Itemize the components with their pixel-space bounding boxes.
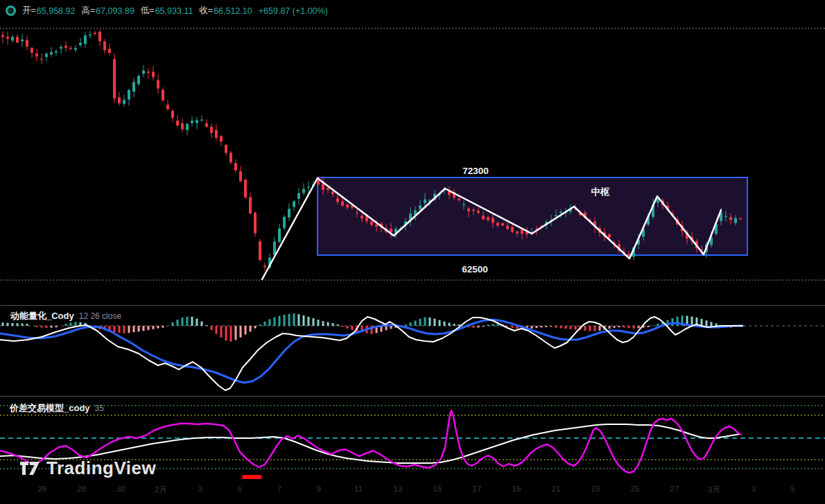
indicator-spread-params: 35 <box>95 403 104 413</box>
time-axis-label: 28 <box>70 485 94 493</box>
series-status-icon <box>6 6 16 16</box>
time-axis[interactable]: 2628302月35791113151719212325273月35 <box>0 485 825 501</box>
indicator-momentum-name: 动能量化_Cody <box>10 310 74 322</box>
ohlc-legend[interactable]: 开=65,958.92 高=67,093.89 低=65,933.11 收=66… <box>6 5 328 17</box>
time-axis-label: 23 <box>584 485 607 493</box>
legend-low: 低=65,933.11 <box>141 5 193 17</box>
chart-canvas[interactable] <box>0 0 825 504</box>
box-high-label[interactable]: 72300 <box>448 166 503 176</box>
indicator-spread-title[interactable]: 价差交易模型_cody 35 <box>10 402 104 415</box>
time-axis-label: 5 <box>781 485 805 493</box>
legend-change: +659.87 (+1.00%) <box>259 6 328 16</box>
legend-close: 收=66,512.10 <box>199 5 252 17</box>
time-axis-label: 27 <box>663 485 686 493</box>
box-low-label[interactable]: 62500 <box>447 264 503 275</box>
tradingview-watermark[interactable]: TradingView <box>19 458 156 479</box>
main-price-pane <box>0 28 825 280</box>
time-axis-label: 26 <box>31 485 54 493</box>
time-axis-label: 7 <box>268 485 291 493</box>
time-axis-label: 3 <box>742 485 765 493</box>
indicator-momentum-params: 12 26 close <box>79 311 121 321</box>
indicator-spread-name: 价差交易模型_cody <box>10 402 90 415</box>
red-signal-marker <box>242 475 262 479</box>
time-axis-label: 3 <box>189 485 212 493</box>
time-axis-label: 3月 <box>702 485 726 495</box>
time-axis-label: 2月 <box>149 485 173 495</box>
time-axis-label: 9 <box>307 485 331 493</box>
tradingview-chart-screen: 开=65,958.92 高=67,093.89 低=65,933.11 收=66… <box>0 0 825 504</box>
legend-high: 高=67,093.89 <box>81 5 134 17</box>
momentum-indicator-pane <box>0 313 825 390</box>
time-axis-label: 19 <box>505 485 528 493</box>
time-axis-label: 5 <box>228 485 252 493</box>
legend-open: 开=65,958.92 <box>22 5 75 17</box>
time-axis-label: 11 <box>347 485 370 493</box>
time-axis-label: 30 <box>110 485 133 493</box>
indicator-momentum-title[interactable]: 动能量化_Cody 12 26 close <box>10 310 121 322</box>
central-pivot-box[interactable] <box>318 177 747 255</box>
tradingview-logo-icon <box>19 459 40 478</box>
time-axis-label: 13 <box>386 485 410 493</box>
central-pivot-label[interactable]: 中枢 <box>587 186 614 198</box>
time-axis-label: 15 <box>426 485 449 493</box>
time-axis-label: 17 <box>465 485 489 493</box>
time-axis-label: 25 <box>623 485 647 493</box>
time-axis-label: 21 <box>544 485 568 493</box>
tradingview-logo-text: TradingView <box>46 458 156 479</box>
